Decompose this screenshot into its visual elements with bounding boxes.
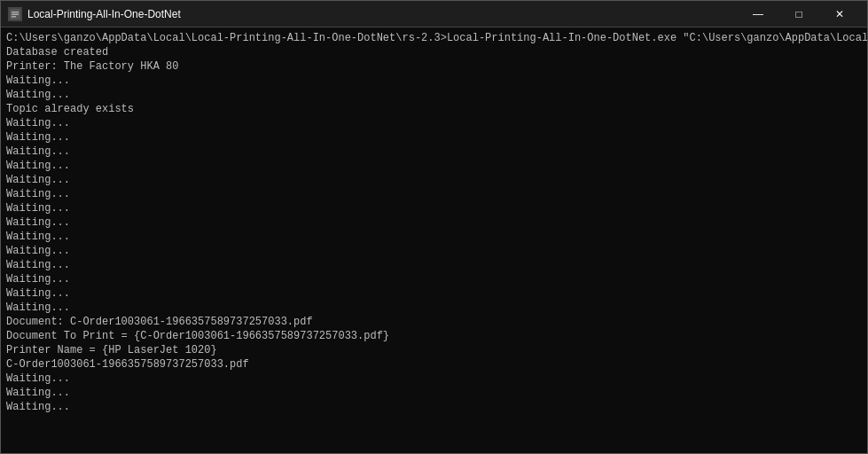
console-line: Waiting... xyxy=(6,244,862,258)
console-line: Printer Name = {HP LaserJet 1020} xyxy=(6,343,862,357)
svg-rect-3 xyxy=(12,16,16,18)
console-line: Topic already exists xyxy=(6,102,862,116)
console-line: Waiting... xyxy=(6,187,862,201)
console-line: Database created xyxy=(6,45,862,59)
console-line: Waiting... xyxy=(6,145,862,159)
console-line: C:\Users\ganzo\AppData\Local\Local-Print… xyxy=(6,31,862,45)
console-line: Waiting... xyxy=(6,88,862,102)
minimize-button[interactable]: — xyxy=(738,1,778,27)
console-line: Waiting... xyxy=(6,272,862,286)
svg-rect-1 xyxy=(12,12,19,13)
console-line: Waiting... xyxy=(6,159,862,173)
window-controls: — □ ✕ xyxy=(738,1,860,27)
app-window: Local-Printing-All-In-One-DotNet — □ ✕ C… xyxy=(0,0,868,454)
console-line: Waiting... xyxy=(6,258,862,272)
console-line: Document: C-Order1003061-196635758973725… xyxy=(6,315,862,329)
title-bar-left: Local-Printing-All-In-One-DotNet xyxy=(8,7,181,21)
console-line: Waiting... xyxy=(6,400,862,414)
console-line: Waiting... xyxy=(6,215,862,230)
console-output: C:\Users\ganzo\AppData\Local\Local-Print… xyxy=(1,27,867,453)
window-title: Local-Printing-All-In-One-DotNet xyxy=(27,8,181,20)
console-line: Waiting... xyxy=(6,173,862,187)
console-line: C-Order1003061-1966357589737257033.pdf xyxy=(6,357,862,372)
console-line: Waiting... xyxy=(6,201,862,215)
console-line: Waiting... xyxy=(6,116,862,130)
console-line: Document To Print = {C-Order1003061-1966… xyxy=(6,329,862,343)
console-line: Waiting... xyxy=(6,74,862,88)
console-line: Waiting... xyxy=(6,386,862,400)
console-line: Waiting... xyxy=(6,130,862,145)
app-icon xyxy=(8,7,22,21)
console-line: Waiting... xyxy=(6,372,862,386)
svg-rect-2 xyxy=(12,13,19,15)
close-button[interactable]: ✕ xyxy=(819,1,860,27)
console-line: Waiting... xyxy=(6,230,862,244)
console-line: Waiting... xyxy=(6,286,862,301)
maximize-button[interactable]: □ xyxy=(778,1,819,27)
console-line: Waiting... xyxy=(6,301,862,315)
console-line: Printer: The Factory HKA 80 xyxy=(6,59,862,74)
title-bar: Local-Printing-All-In-One-DotNet — □ ✕ xyxy=(1,1,867,27)
